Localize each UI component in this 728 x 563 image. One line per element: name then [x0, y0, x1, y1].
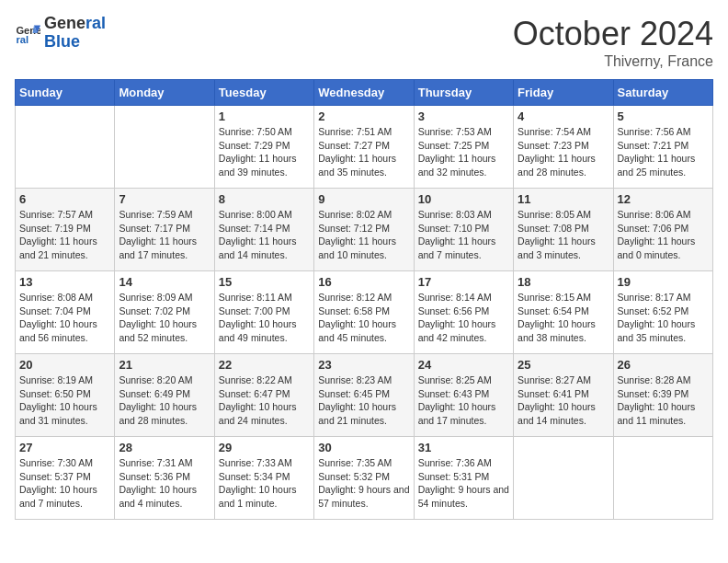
day-info: Sunrise: 8:08 AM Sunset: 7:04 PM Dayligh…: [19, 291, 110, 345]
day-info: Sunrise: 7:54 AM Sunset: 7:23 PM Dayligh…: [518, 125, 609, 179]
calendar-week-row: 27Sunrise: 7:30 AM Sunset: 5:37 PM Dayli…: [16, 437, 713, 520]
day-info: Sunrise: 7:53 AM Sunset: 7:25 PM Dayligh…: [418, 125, 509, 179]
day-number: 21: [119, 358, 210, 372]
weekday-header: Friday: [514, 80, 613, 106]
weekday-header: Thursday: [414, 80, 513, 106]
calendar-week-row: 6Sunrise: 7:57 AM Sunset: 7:19 PM Daylig…: [16, 189, 713, 271]
calendar-day-cell: [16, 106, 115, 189]
calendar-day-cell: 15Sunrise: 8:11 AM Sunset: 7:00 PM Dayli…: [214, 271, 313, 354]
calendar-day-cell: 24Sunrise: 8:25 AM Sunset: 6:43 PM Dayli…: [414, 354, 513, 437]
calendar-day-cell: 11Sunrise: 8:05 AM Sunset: 7:08 PM Dayli…: [514, 189, 613, 271]
weekday-header: Wednesday: [314, 80, 414, 106]
day-number: 28: [119, 441, 210, 454]
day-number: 22: [219, 358, 310, 372]
calendar-week-row: 1Sunrise: 7:50 AM Sunset: 7:29 PM Daylig…: [16, 106, 713, 189]
day-number: 16: [318, 275, 409, 289]
calendar-day-cell: 16Sunrise: 8:12 AM Sunset: 6:58 PM Dayli…: [314, 271, 414, 354]
calendar-day-cell: 9Sunrise: 8:02 AM Sunset: 7:12 PM Daylig…: [314, 189, 414, 271]
day-number: 3: [418, 109, 509, 123]
calendar-week-row: 20Sunrise: 8:19 AM Sunset: 6:50 PM Dayli…: [16, 354, 713, 437]
day-number: 23: [318, 358, 409, 372]
day-number: 31: [418, 441, 509, 454]
day-number: 12: [618, 192, 709, 206]
logo-name: General: [44, 15, 106, 33]
calendar-day-cell: 17Sunrise: 8:14 AM Sunset: 6:56 PM Dayli…: [414, 271, 513, 354]
calendar-day-cell: 30Sunrise: 7:35 AM Sunset: 5:32 PM Dayli…: [314, 437, 414, 520]
day-number: 2: [318, 109, 409, 123]
calendar-header-row: SundayMondayTuesdayWednesdayThursdayFrid…: [16, 80, 713, 106]
weekday-header: Sunday: [16, 80, 115, 106]
day-info: Sunrise: 8:14 AM Sunset: 6:56 PM Dayligh…: [418, 291, 509, 345]
calendar-day-cell: [115, 106, 214, 189]
calendar-week-row: 13Sunrise: 8:08 AM Sunset: 7:04 PM Dayli…: [16, 271, 713, 354]
month-title: October 2024: [513, 15, 713, 53]
day-info: Sunrise: 8:19 AM Sunset: 6:50 PM Dayligh…: [19, 373, 110, 428]
day-number: 17: [418, 275, 509, 289]
calendar-day-cell: 14Sunrise: 8:09 AM Sunset: 7:02 PM Dayli…: [115, 271, 214, 354]
day-number: 5: [618, 109, 709, 123]
weekday-header: Monday: [115, 80, 214, 106]
day-number: 10: [418, 192, 509, 206]
title-block: October 2024 Thiverny, France: [513, 15, 713, 70]
day-info: Sunrise: 8:20 AM Sunset: 6:49 PM Dayligh…: [119, 373, 210, 428]
location: Thiverny, France: [513, 53, 713, 70]
day-number: 25: [518, 358, 609, 372]
calendar-day-cell: 2Sunrise: 7:51 AM Sunset: 7:27 PM Daylig…: [314, 106, 414, 189]
calendar-day-cell: 3Sunrise: 7:53 AM Sunset: 7:25 PM Daylig…: [414, 106, 513, 189]
day-number: 6: [19, 192, 110, 206]
weekday-header: Tuesday: [214, 80, 313, 106]
day-info: Sunrise: 7:57 AM Sunset: 7:19 PM Dayligh…: [19, 208, 110, 262]
calendar-day-cell: 19Sunrise: 8:17 AM Sunset: 6:52 PM Dayli…: [613, 271, 712, 354]
calendar-day-cell: 12Sunrise: 8:06 AM Sunset: 7:06 PM Dayli…: [613, 189, 712, 271]
day-info: Sunrise: 7:59 AM Sunset: 7:17 PM Dayligh…: [119, 208, 210, 262]
day-info: Sunrise: 7:33 AM Sunset: 5:34 PM Dayligh…: [219, 456, 310, 511]
calendar-day-cell: 28Sunrise: 7:31 AM Sunset: 5:36 PM Dayli…: [115, 437, 214, 520]
day-info: Sunrise: 8:17 AM Sunset: 6:52 PM Dayligh…: [618, 291, 709, 345]
calendar-day-cell: 8Sunrise: 8:00 AM Sunset: 7:14 PM Daylig…: [214, 189, 313, 271]
calendar-day-cell: 27Sunrise: 7:30 AM Sunset: 5:37 PM Dayli…: [16, 437, 115, 520]
day-number: 8: [219, 192, 310, 206]
day-number: 14: [119, 275, 210, 289]
calendar-day-cell: 6Sunrise: 7:57 AM Sunset: 7:19 PM Daylig…: [16, 189, 115, 271]
day-info: Sunrise: 8:09 AM Sunset: 7:02 PM Dayligh…: [119, 291, 210, 345]
day-info: Sunrise: 8:23 AM Sunset: 6:45 PM Dayligh…: [318, 373, 409, 428]
day-number: 24: [418, 358, 509, 372]
calendar-day-cell: 31Sunrise: 7:36 AM Sunset: 5:31 PM Dayli…: [414, 437, 513, 520]
day-info: Sunrise: 8:06 AM Sunset: 7:06 PM Dayligh…: [618, 208, 709, 262]
page-header: Gene ral General Blue October 2024 Thive…: [15, 15, 713, 70]
day-info: Sunrise: 8:15 AM Sunset: 6:54 PM Dayligh…: [518, 291, 609, 345]
logo: Gene ral General Blue: [15, 15, 106, 52]
day-info: Sunrise: 8:12 AM Sunset: 6:58 PM Dayligh…: [318, 291, 409, 345]
day-info: Sunrise: 8:03 AM Sunset: 7:10 PM Dayligh…: [418, 208, 509, 262]
day-info: Sunrise: 7:30 AM Sunset: 5:37 PM Dayligh…: [19, 456, 110, 511]
calendar-day-cell: 4Sunrise: 7:54 AM Sunset: 7:23 PM Daylig…: [514, 106, 613, 189]
logo-icon: Gene ral: [15, 20, 40, 46]
day-info: Sunrise: 8:11 AM Sunset: 7:00 PM Dayligh…: [219, 291, 310, 345]
day-info: Sunrise: 8:22 AM Sunset: 6:47 PM Dayligh…: [219, 373, 310, 428]
calendar-day-cell: 7Sunrise: 7:59 AM Sunset: 7:17 PM Daylig…: [115, 189, 214, 271]
calendar-day-cell: 20Sunrise: 8:19 AM Sunset: 6:50 PM Dayli…: [16, 354, 115, 437]
day-number: 15: [219, 275, 310, 289]
day-number: 11: [518, 192, 609, 206]
day-number: 30: [318, 441, 409, 454]
day-info: Sunrise: 7:36 AM Sunset: 5:31 PM Dayligh…: [418, 456, 509, 511]
day-info: Sunrise: 7:35 AM Sunset: 5:32 PM Dayligh…: [318, 456, 409, 511]
day-number: 7: [119, 192, 210, 206]
day-number: 9: [318, 192, 409, 206]
svg-text:ral: ral: [16, 34, 28, 45]
calendar-day-cell: 1Sunrise: 7:50 AM Sunset: 7:29 PM Daylig…: [214, 106, 313, 189]
day-info: Sunrise: 8:02 AM Sunset: 7:12 PM Dayligh…: [318, 208, 409, 262]
logo-tagline: Blue: [44, 33, 106, 52]
day-info: Sunrise: 8:05 AM Sunset: 7:08 PM Dayligh…: [518, 208, 609, 262]
day-info: Sunrise: 8:28 AM Sunset: 6:39 PM Dayligh…: [618, 373, 709, 428]
day-info: Sunrise: 7:31 AM Sunset: 5:36 PM Dayligh…: [119, 456, 210, 511]
day-number: 29: [219, 441, 310, 454]
day-info: Sunrise: 7:51 AM Sunset: 7:27 PM Dayligh…: [318, 125, 409, 179]
day-number: 27: [19, 441, 110, 454]
calendar-day-cell: [514, 437, 613, 520]
day-info: Sunrise: 8:25 AM Sunset: 6:43 PM Dayligh…: [418, 373, 509, 428]
calendar-day-cell: 21Sunrise: 8:20 AM Sunset: 6:49 PM Dayli…: [115, 354, 214, 437]
calendar-day-cell: 22Sunrise: 8:22 AM Sunset: 6:47 PM Dayli…: [214, 354, 313, 437]
day-number: 18: [518, 275, 609, 289]
calendar-day-cell: 10Sunrise: 8:03 AM Sunset: 7:10 PM Dayli…: [414, 189, 513, 271]
